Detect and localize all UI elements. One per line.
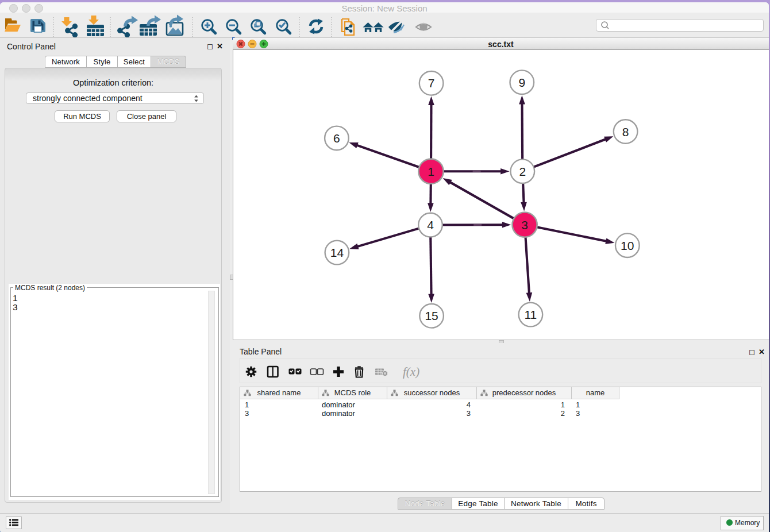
svg-text:7: 7 [428,76,435,90]
svg-text:6: 6 [333,132,340,145]
svg-text:11: 11 [524,308,537,321]
svg-text:1: 1 [428,165,434,178]
svg-text:3: 3 [521,218,528,232]
svg-text:f(x): f(x) [403,365,419,379]
svg-text:14: 14 [330,246,344,259]
svg-text:2: 2 [519,165,526,178]
svg-text:9: 9 [518,76,525,89]
svg-text:15: 15 [425,309,438,322]
svg-text:4: 4 [427,218,434,232]
svg-text:8: 8 [622,125,629,138]
svg-text:10: 10 [621,239,634,252]
